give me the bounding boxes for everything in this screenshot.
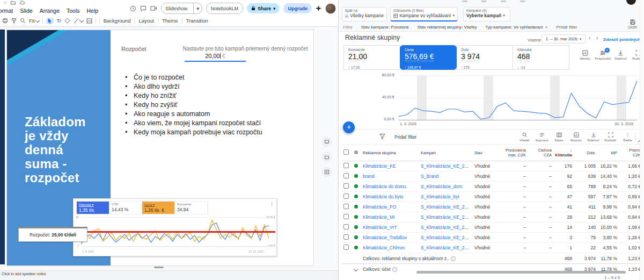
notes-placeholder[interactable]: Click to add speaker notes bbox=[2, 272, 46, 276]
gemini-sparkle-icon[interactable] bbox=[316, 5, 321, 11]
toolbar-text-button[interactable]: Layout bbox=[134, 18, 158, 24]
info-icon[interactable]: i bbox=[451, 256, 456, 261]
table-expand-button[interactable]: Rozbaliť bbox=[603, 131, 618, 142]
star-icon[interactable]: ☆ bbox=[3, 1, 7, 6]
budget-annotation-line[interactable] bbox=[86, 231, 275, 233]
slide-editing-area[interactable]: Základomje vždydennásuma -rozpočet Rozpo… bbox=[6, 30, 314, 266]
toolbar-text-button[interactable]: Transition bbox=[182, 18, 212, 24]
more-icon[interactable]: ⋮ bbox=[269, 201, 274, 206]
toolbar-text-button[interactable]: Theme bbox=[158, 18, 182, 24]
scorecard[interactable]: Cena 576,69 € ↑ 199,97 € bbox=[400, 45, 457, 70]
print-icon[interactable] bbox=[2, 18, 8, 24]
line-tool[interactable] bbox=[74, 18, 83, 24]
ad-group-link[interactable]: Klimatizácie do domu bbox=[363, 184, 406, 189]
filter-chip[interactable]: Stav reklamnej skupiny: Všetky bbox=[418, 25, 477, 30]
campaign-link[interactable]: S_Klimatizácie_KE_2025 bbox=[421, 225, 472, 230]
row-checkbox[interactable] bbox=[343, 193, 349, 199]
folder-panel-icon[interactable] bbox=[322, 152, 332, 162]
present-panel-icon[interactable] bbox=[322, 137, 332, 147]
table-row[interactable]: Klimatizácie_PO S_Klimatizácie_KE_2025 V… bbox=[342, 202, 642, 212]
table-add-filter[interactable]: Pridať filter bbox=[394, 134, 416, 140]
zoom-fit-select[interactable]: Fit bbox=[29, 18, 39, 24]
textbox-tool[interactable]: Tr bbox=[57, 18, 61, 24]
info-icon[interactable]: i bbox=[392, 267, 397, 272]
scorecard[interactable]: Kliknutia 468 ↓ -14 bbox=[513, 45, 569, 70]
table-row[interactable]: Klimatizácie do domu S_Klimatizácie_dom … bbox=[342, 182, 642, 192]
save-button[interactable]: Uložiť bbox=[628, 19, 637, 29]
campaign-link[interactable]: S_Klimatizácie_KE_2025 bbox=[421, 163, 472, 169]
table-download-button[interactable]: Stiahnuť bbox=[586, 131, 601, 142]
col-status[interactable]: Stav bbox=[473, 145, 499, 161]
row-checkbox[interactable] bbox=[343, 183, 349, 189]
share-button[interactable]: Share ▾ bbox=[247, 3, 280, 13]
col-ad-group[interactable]: Reklamná skupina bbox=[361, 145, 419, 161]
row-checkbox[interactable] bbox=[343, 245, 349, 250]
menu-item[interactable]: Format bbox=[0, 8, 13, 14]
slide-filmstrip[interactable] bbox=[0, 30, 5, 264]
show-last-30-days-link[interactable]: Zobraziť posledných 30 dní bbox=[603, 38, 644, 41]
menu-item[interactable]: Slide bbox=[20, 8, 32, 14]
shape-tool-icon[interactable] bbox=[64, 18, 70, 24]
date-range-select[interactable]: 1. – 30. mar 2026 ▾ bbox=[541, 34, 586, 44]
row-checkbox[interactable] bbox=[343, 234, 349, 240]
notebooklm-button[interactable]: NotebookLM bbox=[206, 3, 243, 14]
search-button[interactable]: Hľadať bbox=[517, 131, 532, 142]
cloud-status-icon[interactable] bbox=[19, 1, 25, 6]
campaign-selector[interactable]: Kampane (4) Vyberte kampaň ▾ bbox=[463, 7, 510, 21]
chevron-down-icon[interactable]: ▾ bbox=[153, 203, 155, 206]
mini-metric-card[interactable]: CTR 14,43 % bbox=[109, 202, 142, 214]
history-icon[interactable] bbox=[130, 5, 136, 12]
ad-group-link[interactable]: Klimatizácie_PO bbox=[363, 204, 396, 210]
scorecard[interactable]: Konverzie 21,00 ↑ 17,00 bbox=[343, 45, 400, 70]
speaker-notes[interactable]: Click to add speaker notes bbox=[0, 270, 338, 280]
ads-avatar[interactable] bbox=[626, 0, 636, 5]
campaign-link[interactable]: S_Klimatizácie_KE_2025 bbox=[421, 204, 472, 210]
campaign-link[interactable]: S_Klimatizácie_byt bbox=[421, 194, 459, 199]
columns-button[interactable]: Stĺpce bbox=[551, 131, 567, 142]
table-row[interactable]: Klimatizácie_KE S_Klimatizácie_KE_2025 V… bbox=[342, 161, 642, 171]
ad-group-link[interactable]: Klimatizácie_Chlmec bbox=[363, 245, 405, 250]
filter-funnel-icon[interactable] bbox=[379, 133, 385, 139]
col-avg-cpc[interactable]: Priem. CZK bbox=[619, 145, 642, 161]
col-campaign[interactable]: Kampaň bbox=[419, 145, 473, 161]
insert-image-panel-icon[interactable] bbox=[322, 167, 332, 177]
folder-icon[interactable] bbox=[11, 1, 16, 6]
table-row[interactable]: brand S_Brand Vhodné – – 92 639 14,40 % … bbox=[342, 171, 642, 182]
table-row[interactable]: Klimatizácie_MI S_Klimatizácie_KE_2025 V… bbox=[342, 212, 642, 222]
horizontal-scrollbar[interactable] bbox=[416, 271, 626, 274]
notes-resize-handle[interactable] bbox=[154, 267, 164, 268]
select-tool[interactable] bbox=[46, 18, 54, 24]
ad-group-link[interactable]: Klimatizácie_VrT bbox=[363, 225, 397, 230]
upgrade-button[interactable]: Upgrade bbox=[283, 3, 312, 13]
slide-chart-image[interactable]: Kliknutia ▾ 1,35 tis. CTR 14,43 % Cena ▾ bbox=[73, 198, 277, 256]
download-button[interactable]: Stiahnuť bbox=[613, 50, 628, 60]
close-icon[interactable]: × bbox=[545, 25, 548, 30]
ad-group-link[interactable]: Klimatizácie_KE bbox=[363, 163, 396, 169]
share-dropdown[interactable]: ▾ bbox=[273, 6, 276, 11]
slide-title[interactable]: Základomje vždydennásuma -rozpočet bbox=[25, 115, 86, 185]
bullet-list[interactable]: Čo je to rozpočetAko dlho vydržíKedy ho … bbox=[124, 73, 262, 137]
budget-label[interactable]: Rozpočet bbox=[121, 46, 146, 52]
campaign-link[interactable]: S_Klimatizácie_KE_2025 bbox=[421, 245, 472, 250]
scorecard[interactable]: Zobr. 3 974 ↑ 275 bbox=[456, 45, 513, 70]
campaign-link[interactable]: S_Klimatizácie_dom bbox=[421, 184, 462, 189]
ad-group-link[interactable]: brand bbox=[363, 174, 375, 179]
col-target-cpa[interactable]: Cieľová CZA bbox=[528, 145, 553, 161]
filter-chip[interactable]: Stav kampane: Povolené bbox=[361, 25, 409, 30]
expand-totals-icon[interactable] bbox=[354, 267, 358, 271]
avatar[interactable] bbox=[325, 3, 336, 14]
table-row[interactable]: Klimatizácie_Chlmec S_Klimatizácie_KE_20… bbox=[342, 243, 642, 253]
mini-metric-card[interactable]: Kliknutia ▾ 1,35 tis. bbox=[77, 202, 109, 214]
menu-item[interactable]: Help bbox=[87, 8, 99, 14]
col-max-cpc[interactable]: Predvolená max. CZK bbox=[499, 145, 528, 161]
view-selector[interactable]: Zobrazenie (3 filtre) Kampane vo vyhľadá… bbox=[390, 7, 458, 21]
table-row[interactable]: Klimatizácie_VrT S_Klimatizácie_KE_2025 … bbox=[342, 222, 642, 233]
slideshow-label[interactable]: Slideshow bbox=[162, 3, 191, 13]
ad-group-link[interactable]: Klimatizácie_MI bbox=[363, 214, 395, 220]
campaign-link[interactable]: S_Klimatizácie_KE_2025 bbox=[421, 214, 472, 220]
add-ad-group-fab[interactable]: + bbox=[343, 121, 355, 133]
metrics-button[interactable]: Metriky bbox=[578, 50, 592, 60]
budget-input[interactable]: 20,00 € bbox=[185, 53, 246, 62]
mini-metric-card[interactable]: Cena ▾ 1,26 tis. € bbox=[142, 202, 175, 214]
row-checkbox[interactable] bbox=[343, 163, 349, 168]
